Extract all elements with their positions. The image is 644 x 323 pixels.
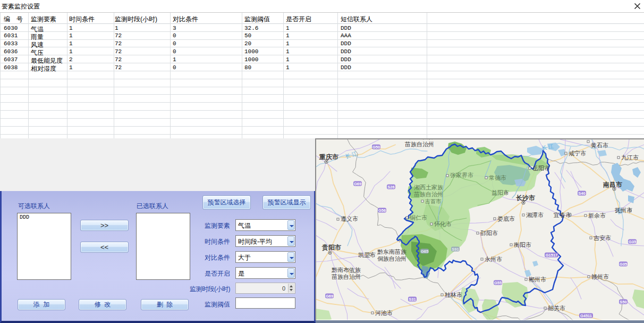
svg-text:铜仁市: 铜仁市 — [410, 214, 427, 221]
svg-text:凯里市: 凯里市 — [358, 252, 376, 258]
svg-text:G56: G56 — [378, 208, 386, 213]
svg-text:永州市: 永州市 — [485, 256, 502, 262]
svg-text:G4511: G4511 — [580, 313, 592, 318]
svg-text:侗族自治州: 侗族自治州 — [377, 255, 406, 262]
svg-text:衡阳市: 衡阳市 — [513, 242, 531, 248]
svg-text:吉首市: 吉首市 — [425, 198, 442, 204]
svg-text:长沙市: 长沙市 — [516, 194, 535, 202]
svg-text:G35: G35 — [629, 239, 636, 244]
svg-text:韶关市: 韶关市 — [548, 305, 565, 311]
svg-text:益阳市: 益阳市 — [492, 189, 509, 196]
svg-text:黔南布依族: 黔南布依族 — [332, 267, 361, 273]
svg-text:湘西土家族: 湘西土家族 — [414, 184, 443, 191]
svg-text:贵阳市: 贵阳市 — [321, 244, 341, 251]
svg-text:抚州市: 抚州市 — [614, 207, 632, 213]
svg-text:桂林市: 桂林市 — [444, 292, 462, 298]
svg-text:G65: G65 — [421, 249, 428, 254]
svg-text:苗族自治州: 苗族自治州 — [413, 191, 443, 197]
svg-text:恩施土家族: 恩施土家族 — [403, 139, 433, 140]
svg-text:S40: S40 — [578, 191, 585, 196]
svg-text:宜春市: 宜春市 — [554, 212, 571, 218]
svg-text:G1517: G1517 — [546, 253, 558, 258]
svg-text:赣州市: 赣州市 — [591, 274, 609, 280]
svg-text:常德市: 常德市 — [489, 175, 506, 181]
svg-text:G69: G69 — [354, 181, 361, 186]
svg-text:娄底市: 娄底市 — [497, 216, 515, 222]
svg-text:南昌市: 南昌市 — [603, 181, 622, 188]
svg-text:遵义市: 遵义市 — [341, 216, 358, 222]
svg-text:苗族自治州: 苗族自治州 — [404, 141, 434, 147]
svg-text:九江市: 九江市 — [621, 154, 639, 161]
svg-text:苗族自治州: 苗族自治州 — [331, 274, 361, 280]
svg-text:G55: G55 — [494, 280, 502, 285]
svg-text:S91: S91 — [452, 247, 459, 252]
svg-text:G35: G35 — [620, 262, 627, 267]
svg-text:怀化市: 怀化市 — [434, 221, 452, 227]
svg-text:S26: S26 — [387, 185, 394, 189]
svg-text:黔东南苗族: 黔东南苗族 — [377, 249, 406, 255]
svg-text:邵阳市: 邵阳市 — [480, 230, 498, 236]
svg-text:咸宁市: 咸宁市 — [569, 150, 586, 156]
svg-text:S31: S31 — [409, 297, 416, 302]
svg-text:湘潭市: 湘潭市 — [526, 212, 544, 218]
svg-text:郴州市: 郴州市 — [529, 276, 546, 283]
svg-text:重庆市: 重庆市 — [319, 153, 338, 161]
svg-text:吉安市: 吉安市 — [593, 235, 611, 241]
svg-text:河池市: 河池市 — [375, 310, 393, 316]
svg-text:S50: S50 — [620, 300, 626, 304]
svg-text:G69: G69 — [326, 294, 333, 299]
svg-text:黄石市: 黄石市 — [591, 142, 608, 148]
svg-text:岳阳市: 岳阳市 — [532, 165, 550, 171]
svg-text:G50: G50 — [372, 145, 380, 150]
svg-text:张家界市: 张家界市 — [450, 172, 473, 178]
svg-text:新余市: 新余市 — [588, 212, 606, 219]
